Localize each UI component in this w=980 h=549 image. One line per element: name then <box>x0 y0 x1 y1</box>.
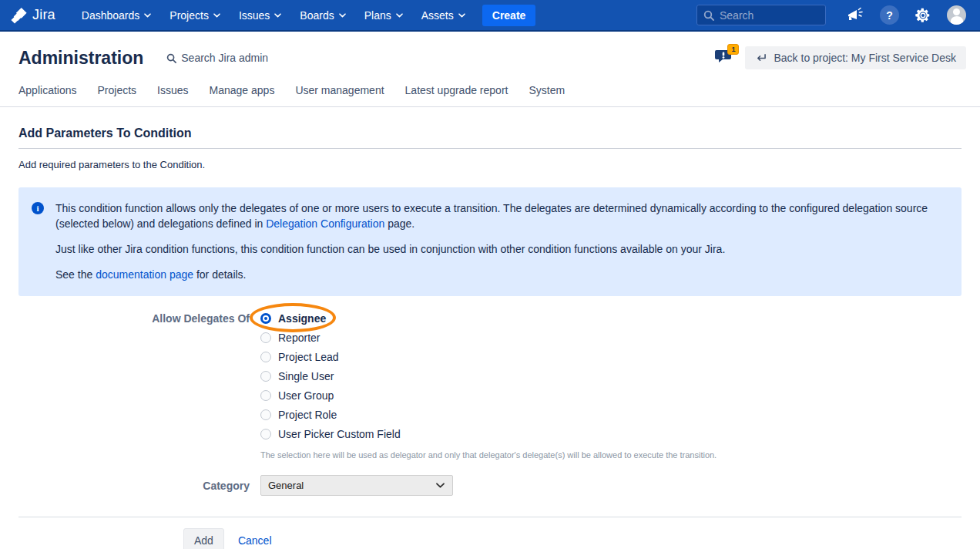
create-button[interactable]: Create <box>482 5 536 26</box>
chevron-down-icon <box>274 13 281 18</box>
delegate-source-radio-group: Assignee Reporter Project Lead Single Us… <box>260 308 717 460</box>
tab-manage-apps[interactable]: Manage apps <box>210 79 275 106</box>
page-title: Administration <box>18 48 143 69</box>
cancel-link[interactable]: Cancel <box>238 534 272 547</box>
info-icon: i <box>32 202 44 214</box>
add-button[interactable]: Add <box>183 528 224 549</box>
nav-item-label: Dashboards <box>82 9 140 22</box>
delegation-configuration-link[interactable]: Delegation Configuration <box>266 217 384 230</box>
tab-projects[interactable]: Projects <box>98 79 137 106</box>
admin-search-label: Search Jira admin <box>181 52 268 64</box>
nav-item-assets[interactable]: Assets <box>412 0 475 30</box>
category-label: Category <box>18 480 260 492</box>
nav-item-issues[interactable]: Issues <box>230 0 290 30</box>
search-input[interactable] <box>720 9 812 22</box>
chevron-down-icon <box>436 483 445 488</box>
category-select[interactable]: General <box>260 475 453 496</box>
allow-delegates-of-label: Allow Delegates Of <box>18 308 260 460</box>
info-paragraph-3: See the documentation page for details. <box>55 267 943 282</box>
radio-icon[interactable] <box>260 409 271 420</box>
tab-system[interactable]: System <box>529 79 565 106</box>
radio-option-label: Assignee <box>278 312 326 325</box>
info-text-segment: See the <box>55 268 96 281</box>
radio-option-project-lead[interactable]: Project Lead <box>260 347 717 366</box>
radio-option-user-picker-custom-field[interactable]: User Picker Custom Field <box>260 424 717 443</box>
chevron-down-icon <box>213 13 220 18</box>
jira-logo-icon <box>11 7 28 24</box>
feedback-bubble-icon[interactable]: 1 <box>715 49 733 68</box>
radio-option-single-user[interactable]: Single User <box>260 366 717 386</box>
chevron-down-icon <box>396 13 403 18</box>
radio-icon[interactable] <box>260 332 271 343</box>
nav-search-box[interactable] <box>696 5 826 25</box>
section-description: Add required parameters to the Condition… <box>18 159 962 170</box>
tab-latest-upgrade-report[interactable]: Latest upgrade report <box>405 79 508 106</box>
main-content: Add Parameters To Condition Add required… <box>0 107 980 549</box>
radio-option-user-group[interactable]: User Group <box>260 386 717 405</box>
jira-logo[interactable]: Jira <box>11 7 55 24</box>
category-selected-value: General <box>268 480 304 491</box>
radio-icon[interactable] <box>260 371 271 382</box>
settings-gear-icon[interactable] <box>915 7 931 24</box>
tab-applications[interactable]: Applications <box>18 79 77 106</box>
info-text-segment: for details. <box>193 268 246 281</box>
radio-option-project-role[interactable]: Project Role <box>260 405 717 424</box>
info-text-segment: This condition function allows only the … <box>55 202 928 230</box>
back-to-project-button[interactable]: Back to project: My First Service Desk <box>745 46 966 69</box>
nav-item-label: Projects <box>169 9 209 22</box>
delegator-helper-text: The selection here will be used as deleg… <box>260 450 717 460</box>
condition-parameters-form: Allow Delegates Of Assignee Reporter Pro… <box>18 308 962 496</box>
info-paragraph-1: This condition function allows only the … <box>55 200 943 231</box>
radio-icon[interactable] <box>260 429 271 440</box>
radio-option-label: Single User <box>278 370 334 382</box>
radio-selected-icon[interactable] <box>260 313 271 324</box>
radio-option-reporter[interactable]: Reporter <box>260 328 717 347</box>
search-icon <box>166 53 176 63</box>
chevron-down-icon <box>458 13 465 18</box>
info-text-segment: page. <box>384 217 414 230</box>
user-avatar[interactable] <box>947 5 966 25</box>
admin-search[interactable]: Search Jira admin <box>166 52 268 64</box>
radio-option-label: User Picker Custom Field <box>278 428 401 440</box>
section-heading: Add Parameters To Condition <box>18 107 962 149</box>
info-message-panel: i This condition function allows only th… <box>18 187 962 296</box>
tab-issues[interactable]: Issues <box>157 79 188 106</box>
nav-item-label: Plans <box>364 9 391 22</box>
return-arrow-icon <box>755 53 767 63</box>
category-row: Category General <box>18 475 962 496</box>
radio-icon[interactable] <box>260 352 271 362</box>
notification-badge: 1 <box>727 44 739 55</box>
search-icon <box>703 10 714 21</box>
nav-item-projects[interactable]: Projects <box>160 0 230 30</box>
nav-icon-group: ? <box>846 5 966 25</box>
admin-tabs: Applications Projects Issues Manage apps… <box>0 79 980 107</box>
delegates-row: Allow Delegates Of Assignee Reporter Pro… <box>18 308 962 460</box>
radio-option-label: Reporter <box>278 332 320 344</box>
nav-item-label: Issues <box>239 9 270 22</box>
radio-icon[interactable] <box>260 390 271 401</box>
nav-item-dashboards[interactable]: Dashboards <box>72 0 161 30</box>
radio-option-label: Project Lead <box>278 351 339 363</box>
back-button-label: Back to project: My First Service Desk <box>774 52 956 64</box>
documentation-page-link[interactable]: documentation page <box>96 268 193 281</box>
nav-item-plans[interactable]: Plans <box>355 0 412 30</box>
radio-option-label: User Group <box>278 389 334 402</box>
form-footer: Add Cancel <box>18 517 962 549</box>
nav-item-boards[interactable]: Boards <box>290 0 354 30</box>
nav-item-label: Assets <box>421 9 454 22</box>
radio-option-label: Project Role <box>278 409 337 421</box>
announcements-megaphone-icon[interactable] <box>846 7 864 24</box>
info-text: This condition function allows only the … <box>55 200 943 282</box>
top-navigation: Jira Dashboards Projects Issues Boards P… <box>0 0 980 32</box>
info-paragraph-2: Just like other Jira condition functions… <box>55 241 943 257</box>
chevron-down-icon <box>144 13 151 18</box>
chevron-down-icon <box>339 13 346 18</box>
jira-logo-text: Jira <box>32 7 55 23</box>
admin-header: Administration Search Jira admin 1 Back … <box>0 32 980 79</box>
radio-option-assignee[interactable]: Assignee <box>260 308 717 328</box>
tab-user-management[interactable]: User management <box>295 79 384 106</box>
help-icon[interactable]: ? <box>880 5 899 25</box>
nav-item-label: Boards <box>300 9 334 22</box>
jira-admin-page: Jira Dashboards Projects Issues Boards P… <box>0 0 980 549</box>
